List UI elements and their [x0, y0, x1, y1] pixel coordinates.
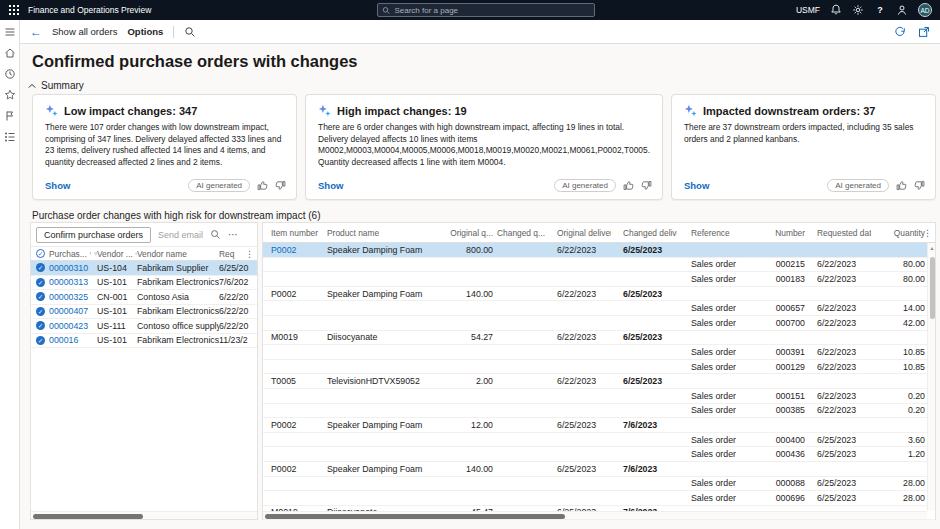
row-selector[interactable]: ✓	[31, 307, 49, 316]
show-link[interactable]: Show	[45, 180, 70, 191]
po-grid-row[interactable]: ✓00000310US-104Fabrikam Supplier6/25/20	[31, 261, 257, 276]
help-icon[interactable]: ?	[874, 4, 886, 16]
thumbs-up-icon[interactable]	[257, 180, 268, 191]
show-link[interactable]: Show	[318, 180, 343, 191]
line-grid-row[interactable]: Sales order0007006/22/202342.00	[263, 316, 935, 331]
line-grid-row[interactable]: P0002Speaker Damping Foam140.006/25/2023…	[263, 462, 935, 477]
item-number[interactable]: P0002	[263, 289, 327, 299]
po-grid-row[interactable]: ✓00000325CN-001Contoso Asia6/22/20	[31, 290, 257, 305]
item-number[interactable]: M0019	[263, 332, 327, 342]
line-grid-row[interactable]: P0002Speaker Damping Foam800.006/22/2023…	[263, 243, 935, 258]
po-number-link[interactable]: 00000407	[49, 306, 97, 316]
scrollbar-thumb[interactable]	[265, 514, 565, 519]
po-grid-row[interactable]: ✓000016US-101Fabrikam Electronics11/23/2	[31, 334, 257, 349]
po-grid-row[interactable]: ✓00000313US-101Fabrikam Electronics7/6/2…	[31, 276, 257, 291]
po-number-link[interactable]: 00000313	[49, 277, 97, 287]
back-arrow-icon[interactable]: ←	[30, 26, 42, 38]
scrollbar-thumb[interactable]	[33, 514, 143, 519]
row-selector[interactable]: ✓	[31, 292, 49, 301]
line-grid-row[interactable]: Sales order0006966/25/202328.00	[263, 491, 935, 506]
line-grid-row[interactable]: Sales order0002156/22/202380.00	[263, 258, 935, 273]
column-header-original-delivery[interactable]: Original delivery d...	[545, 228, 611, 238]
menu-hamburger-icon[interactable]	[4, 26, 16, 38]
thumbs-down-icon[interactable]	[914, 180, 925, 191]
send-email-button[interactable]: Send email	[158, 230, 203, 240]
refresh-icon[interactable]	[894, 26, 906, 38]
item-number[interactable]: P0002	[263, 464, 327, 474]
row-selector[interactable]: ✓	[31, 336, 49, 345]
column-options-icon[interactable]: ⋮	[923, 228, 932, 238]
notifications-bell-icon[interactable]	[830, 4, 842, 16]
company-selector[interactable]: USMF	[796, 5, 820, 15]
column-header-original-qty[interactable]: Original q...	[431, 228, 493, 238]
pin-flag-icon[interactable]	[4, 110, 16, 122]
column-header-vendor-name[interactable]: Vendor name	[137, 249, 219, 259]
po-grid-row[interactable]: ✓00000407US-101Fabrikam Electronics6/22/…	[31, 305, 257, 320]
app-launcher-icon[interactable]	[8, 4, 20, 16]
column-header-vendor[interactable]: Vendor ...	[97, 249, 137, 259]
grid-search-icon[interactable]	[210, 229, 221, 240]
column-header-po[interactable]: Purchas...	[49, 249, 97, 259]
page-search-input[interactable]	[394, 6, 590, 15]
horizontal-scrollbar[interactable]	[31, 511, 257, 519]
vertical-scrollbar[interactable]: ▲	[927, 243, 935, 511]
item-number[interactable]: T0005	[263, 376, 327, 386]
line-grid-row[interactable]: T0005TelevisionHDTVX590522.006/22/20236/…	[263, 374, 935, 389]
line-grid-row[interactable]: Sales order0003856/22/20230.20	[263, 404, 935, 419]
thumbs-up-icon[interactable]	[896, 180, 907, 191]
options-menu-button[interactable]: Options	[127, 26, 163, 37]
row-selector[interactable]: ✓	[31, 321, 49, 330]
line-grid-row[interactable]: Sales order0004006/25/20233.60	[263, 433, 935, 448]
line-grid-row[interactable]: P0002Speaker Damping Foam140.006/22/2023…	[263, 287, 935, 302]
column-header-changed-delivery[interactable]: Changed delivery d...	[611, 228, 677, 238]
column-header-changed-qty[interactable]: Changed q...	[493, 228, 545, 238]
thumbs-up-icon[interactable]	[623, 180, 634, 191]
column-options-icon[interactable]: ⋮	[245, 249, 254, 259]
line-grid-row[interactable]: Sales order0001296/22/202310.85	[263, 360, 935, 375]
column-header-requested-date[interactable]: Requested date	[805, 228, 871, 238]
line-grid-row[interactable]: Sales order0000886/25/202328.00	[263, 477, 935, 492]
item-number[interactable]: P0002	[263, 420, 327, 430]
column-header-reference[interactable]: Reference	[677, 228, 757, 238]
home-icon[interactable]	[4, 47, 16, 59]
column-header-quantity[interactable]: Quantity	[871, 228, 929, 238]
line-grid-row[interactable]: M0019Diisocyanate54.276/22/20236/25/2023	[263, 331, 935, 346]
item-number[interactable]: P0002	[263, 245, 327, 255]
horizontal-scrollbar[interactable]	[263, 511, 927, 519]
line-grid-row[interactable]: Sales order0001516/22/20230.20	[263, 389, 935, 404]
workspaces-list-icon[interactable]	[4, 131, 16, 143]
line-grid-row[interactable]: Sales order0003916/22/202310.85	[263, 345, 935, 360]
row-selector[interactable]: ✓	[31, 263, 49, 272]
user-avatar[interactable]: AD	[918, 3, 932, 17]
thumbs-down-icon[interactable]	[275, 180, 286, 191]
show-link[interactable]: Show	[684, 180, 709, 191]
po-number-link[interactable]: 00000325	[49, 292, 97, 302]
line-grid-row[interactable]: Sales order0001836/22/202380.00	[263, 272, 935, 287]
line-grid-row[interactable]: Sales order0004366/25/20231.20	[263, 447, 935, 462]
po-number-link[interactable]: 00000310	[49, 263, 97, 273]
scrollbar-thumb[interactable]	[930, 257, 935, 319]
person-icon[interactable]	[896, 4, 908, 16]
column-header-product-name[interactable]: Product name	[327, 228, 431, 238]
more-options-icon[interactable]: ⋯	[228, 230, 238, 240]
line-grid-row[interactable]: P0002Speaker Damping Foam12.006/25/20237…	[263, 418, 935, 433]
select-all-checkbox[interactable]: ✓	[31, 249, 49, 258]
column-header-number[interactable]: Number	[757, 228, 805, 238]
confirm-purchase-orders-button[interactable]: Confirm purchase orders	[36, 227, 151, 243]
actionbar-search-icon[interactable]	[184, 26, 196, 38]
open-in-new-window-icon[interactable]	[918, 26, 930, 38]
thumbs-down-icon[interactable]	[641, 180, 652, 191]
page-search-box[interactable]	[377, 3, 595, 17]
row-selector[interactable]: ✓	[31, 278, 49, 287]
column-header-item-number[interactable]: Item number	[263, 228, 327, 238]
settings-gear-icon[interactable]	[852, 4, 864, 16]
line-grid-row[interactable]: Sales order0006576/22/202314.00	[263, 301, 935, 316]
po-grid-row[interactable]: ✓00000423US-111Contoso office supply6/22…	[31, 319, 257, 334]
summary-section-toggle[interactable]: Summary	[28, 80, 84, 91]
po-number-link[interactable]: 000016	[49, 335, 97, 345]
favorites-star-icon[interactable]	[4, 89, 16, 101]
po-number-link[interactable]: 00000423	[49, 321, 97, 331]
show-all-orders-button[interactable]: Show all orders	[52, 26, 117, 37]
scroll-up-arrow-icon[interactable]: ▲	[928, 245, 936, 251]
recent-clock-icon[interactable]	[4, 68, 16, 80]
